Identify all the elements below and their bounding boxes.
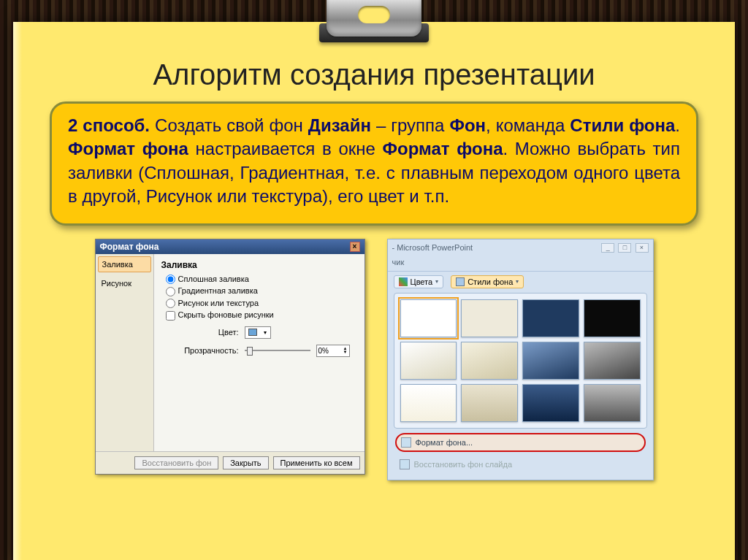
reset-slide-background-menu-item[interactable]: Восстановить фон слайда xyxy=(395,456,646,472)
format-background-menu-item[interactable]: Формат фона... xyxy=(395,433,646,452)
dialog-sidebar: Заливка Рисунок xyxy=(96,254,154,451)
reset-background-button[interactable]: Восстановить фон xyxy=(134,456,218,469)
dialog-main-panel: Заливка Сплошная заливка Градиентная зал… xyxy=(154,254,365,451)
slide: Алгоритм создания презентации 2 способ. … xyxy=(13,22,735,560)
close-button[interactable]: Закрыть xyxy=(223,456,268,469)
reset-background-icon xyxy=(400,459,410,469)
color-picker-button[interactable]: ▾ xyxy=(245,326,271,339)
colors-dropdown[interactable]: Цвета▾ xyxy=(394,275,444,288)
slide-body-text: 2 способ. Создать свой фон Дизайн – груп… xyxy=(50,101,698,226)
dialog-titlebar[interactable]: Формат фона × xyxy=(96,239,365,254)
background-style-thumb[interactable] xyxy=(584,342,641,380)
maximize-icon[interactable]: □ xyxy=(618,243,631,253)
apply-to-all-button[interactable]: Применить ко всем xyxy=(273,456,360,469)
format-background-dialog: Формат фона × Заливка Рисунок Заливка Сп… xyxy=(95,239,365,475)
format-background-icon xyxy=(401,437,411,448)
background-style-thumb[interactable] xyxy=(584,384,641,422)
powerpoint-window: - Microsoft PowerPoint _ □ × чик Цвета▾ … xyxy=(387,239,654,480)
background-styles-gallery xyxy=(394,293,647,429)
transparency-label: Прозрачность: xyxy=(180,346,239,355)
binder-clip xyxy=(290,0,458,47)
close-icon[interactable]: × xyxy=(350,242,360,252)
background-style-thumb[interactable] xyxy=(522,384,579,422)
sidebar-item-fill[interactable]: Заливка xyxy=(98,256,151,272)
background-style-thumb[interactable] xyxy=(400,342,457,380)
background-style-thumb[interactable] xyxy=(584,299,641,337)
background-style-thumb[interactable] xyxy=(522,299,579,337)
background-style-thumb[interactable] xyxy=(400,384,457,422)
slide-title: Алгоритм создания презентации xyxy=(35,58,713,91)
fill-heading: Заливка xyxy=(161,260,357,270)
background-style-thumb[interactable] xyxy=(461,384,518,422)
background-style-thumb[interactable] xyxy=(522,342,579,380)
dialog-title: Формат фона xyxy=(100,242,159,252)
background-style-thumb[interactable] xyxy=(400,299,457,337)
background-style-thumb[interactable] xyxy=(461,342,518,380)
checkbox-hide-bg-graphics[interactable]: Скрыть фоновые рисунки xyxy=(166,310,357,321)
minimize-icon[interactable]: _ xyxy=(601,243,614,253)
background-styles-dropdown[interactable]: Стили фона▾ xyxy=(451,275,524,288)
close-window-icon[interactable]: × xyxy=(636,243,649,253)
radio-picture-texture[interactable]: Рисунок или текстура xyxy=(166,299,357,309)
transparency-spinbox[interactable]: 0%▲▼ xyxy=(316,345,350,357)
sidebar-item-picture[interactable]: Рисунок xyxy=(96,275,153,292)
transparency-slider[interactable] xyxy=(245,345,310,356)
background-style-thumb[interactable] xyxy=(461,299,518,337)
radio-gradient-fill[interactable]: Градиентная заливка xyxy=(166,286,357,296)
radio-solid-fill[interactable]: Сплошная заливка xyxy=(166,275,357,285)
app-title: - Microsoft PowerPoint xyxy=(392,243,473,252)
color-label: Цвет: xyxy=(180,328,239,337)
ribbon-tab[interactable]: чик xyxy=(388,256,653,272)
